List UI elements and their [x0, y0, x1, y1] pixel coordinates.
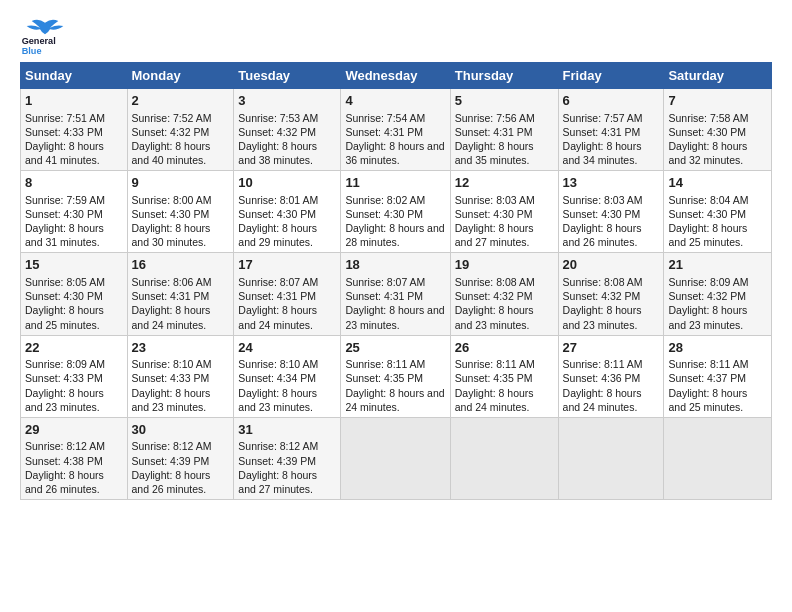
- day-number: 18: [345, 256, 445, 274]
- calendar-cell: 2Sunrise: 7:52 AMSunset: 4:32 PMDaylight…: [127, 89, 234, 171]
- sunrise-label: Sunrise: 8:08 AM: [455, 276, 535, 288]
- day-number: 29: [25, 421, 123, 439]
- day-number: 22: [25, 339, 123, 357]
- sunset-label: Sunset: 4:30 PM: [345, 208, 423, 220]
- sunset-label: Sunset: 4:30 PM: [455, 208, 533, 220]
- daylight-label: Daylight: 8 hours and 27 minutes.: [238, 469, 317, 495]
- daylight-label: Daylight: 8 hours and 25 minutes.: [668, 387, 747, 413]
- daylight-label: Daylight: 8 hours and 24 minutes.: [345, 387, 444, 413]
- day-number: 24: [238, 339, 336, 357]
- daylight-label: Daylight: 8 hours and 32 minutes.: [668, 140, 747, 166]
- daylight-label: Daylight: 8 hours and 23 minutes.: [238, 387, 317, 413]
- daylight-label: Daylight: 8 hours and 24 minutes.: [238, 304, 317, 330]
- calendar-cell: 9Sunrise: 8:00 AMSunset: 4:30 PMDaylight…: [127, 171, 234, 253]
- svg-text:Blue: Blue: [22, 46, 42, 56]
- sunset-label: Sunset: 4:32 PM: [238, 126, 316, 138]
- calendar-cell: 29Sunrise: 8:12 AMSunset: 4:38 PMDayligh…: [21, 417, 128, 499]
- daylight-label: Daylight: 8 hours and 31 minutes.: [25, 222, 104, 248]
- daylight-label: Daylight: 8 hours and 23 minutes.: [132, 387, 211, 413]
- sunset-label: Sunset: 4:33 PM: [25, 126, 103, 138]
- daylight-label: Daylight: 8 hours and 23 minutes.: [25, 387, 104, 413]
- sunrise-label: Sunrise: 8:07 AM: [345, 276, 425, 288]
- sunset-label: Sunset: 4:32 PM: [668, 290, 746, 302]
- day-number: 26: [455, 339, 554, 357]
- sunrise-label: Sunrise: 8:11 AM: [563, 358, 643, 370]
- sunrise-label: Sunrise: 7:56 AM: [455, 112, 535, 124]
- sunrise-label: Sunrise: 8:12 AM: [132, 440, 212, 452]
- calendar-cell: 6Sunrise: 7:57 AMSunset: 4:31 PMDaylight…: [558, 89, 664, 171]
- sunset-label: Sunset: 4:31 PM: [345, 290, 423, 302]
- sunset-label: Sunset: 4:39 PM: [132, 455, 210, 467]
- daylight-label: Daylight: 8 hours and 27 minutes.: [455, 222, 534, 248]
- daylight-label: Daylight: 8 hours and 23 minutes.: [563, 304, 642, 330]
- day-number: 14: [668, 174, 767, 192]
- calendar-cell: 4Sunrise: 7:54 AMSunset: 4:31 PMDaylight…: [341, 89, 450, 171]
- sunset-label: Sunset: 4:30 PM: [238, 208, 316, 220]
- day-number: 15: [25, 256, 123, 274]
- day-number: 20: [563, 256, 660, 274]
- daylight-label: Daylight: 8 hours and 38 minutes.: [238, 140, 317, 166]
- sunset-label: Sunset: 4:39 PM: [238, 455, 316, 467]
- calendar-table: SundayMondayTuesdayWednesdayThursdayFrid…: [20, 62, 772, 500]
- sunset-label: Sunset: 4:31 PM: [345, 126, 423, 138]
- logo-icon: General Blue: [20, 16, 70, 56]
- sunrise-label: Sunrise: 7:54 AM: [345, 112, 425, 124]
- day-number: 10: [238, 174, 336, 192]
- calendar-cell: 14Sunrise: 8:04 AMSunset: 4:30 PMDayligh…: [664, 171, 772, 253]
- weekday-header-tuesday: Tuesday: [234, 63, 341, 89]
- sunrise-label: Sunrise: 8:11 AM: [345, 358, 425, 370]
- daylight-label: Daylight: 8 hours and 28 minutes.: [345, 222, 444, 248]
- daylight-label: Daylight: 8 hours and 25 minutes.: [668, 222, 747, 248]
- sunset-label: Sunset: 4:32 PM: [132, 126, 210, 138]
- sunrise-label: Sunrise: 8:01 AM: [238, 194, 318, 206]
- day-number: 2: [132, 92, 230, 110]
- daylight-label: Daylight: 8 hours and 35 minutes.: [455, 140, 534, 166]
- sunset-label: Sunset: 4:34 PM: [238, 372, 316, 384]
- sunrise-label: Sunrise: 8:06 AM: [132, 276, 212, 288]
- sunrise-label: Sunrise: 8:11 AM: [455, 358, 535, 370]
- sunset-label: Sunset: 4:30 PM: [25, 290, 103, 302]
- day-number: 6: [563, 92, 660, 110]
- daylight-label: Daylight: 8 hours and 23 minutes.: [668, 304, 747, 330]
- calendar-week-3: 15Sunrise: 8:05 AMSunset: 4:30 PMDayligh…: [21, 253, 772, 335]
- weekday-header-row: SundayMondayTuesdayWednesdayThursdayFrid…: [21, 63, 772, 89]
- sunset-label: Sunset: 4:30 PM: [668, 126, 746, 138]
- sunrise-label: Sunrise: 7:57 AM: [563, 112, 643, 124]
- sunrise-label: Sunrise: 8:05 AM: [25, 276, 105, 288]
- sunset-label: Sunset: 4:33 PM: [132, 372, 210, 384]
- sunset-label: Sunset: 4:30 PM: [25, 208, 103, 220]
- day-number: 12: [455, 174, 554, 192]
- day-number: 5: [455, 92, 554, 110]
- calendar-cell: 12Sunrise: 8:03 AMSunset: 4:30 PMDayligh…: [450, 171, 558, 253]
- sunrise-label: Sunrise: 8:02 AM: [345, 194, 425, 206]
- calendar-cell: 15Sunrise: 8:05 AMSunset: 4:30 PMDayligh…: [21, 253, 128, 335]
- day-number: 1: [25, 92, 123, 110]
- day-number: 9: [132, 174, 230, 192]
- calendar-cell: 10Sunrise: 8:01 AMSunset: 4:30 PMDayligh…: [234, 171, 341, 253]
- svg-text:General: General: [22, 36, 56, 46]
- sunset-label: Sunset: 4:31 PM: [238, 290, 316, 302]
- sunrise-label: Sunrise: 8:04 AM: [668, 194, 748, 206]
- weekday-header-friday: Friday: [558, 63, 664, 89]
- sunset-label: Sunset: 4:31 PM: [563, 126, 641, 138]
- calendar-cell: 22Sunrise: 8:09 AMSunset: 4:33 PMDayligh…: [21, 335, 128, 417]
- calendar-cell: 25Sunrise: 8:11 AMSunset: 4:35 PMDayligh…: [341, 335, 450, 417]
- weekday-header-thursday: Thursday: [450, 63, 558, 89]
- weekday-header-monday: Monday: [127, 63, 234, 89]
- day-number: 30: [132, 421, 230, 439]
- daylight-label: Daylight: 8 hours and 34 minutes.: [563, 140, 642, 166]
- day-number: 8: [25, 174, 123, 192]
- daylight-label: Daylight: 8 hours and 23 minutes.: [345, 304, 444, 330]
- calendar-cell: 20Sunrise: 8:08 AMSunset: 4:32 PMDayligh…: [558, 253, 664, 335]
- sunrise-label: Sunrise: 8:12 AM: [238, 440, 318, 452]
- calendar-week-1: 1Sunrise: 7:51 AMSunset: 4:33 PMDaylight…: [21, 89, 772, 171]
- day-number: 28: [668, 339, 767, 357]
- calendar-cell: 1Sunrise: 7:51 AMSunset: 4:33 PMDaylight…: [21, 89, 128, 171]
- calendar-cell: [450, 417, 558, 499]
- sunrise-label: Sunrise: 8:09 AM: [25, 358, 105, 370]
- calendar-cell: [664, 417, 772, 499]
- day-number: 21: [668, 256, 767, 274]
- calendar-cell: 13Sunrise: 8:03 AMSunset: 4:30 PMDayligh…: [558, 171, 664, 253]
- day-number: 11: [345, 174, 445, 192]
- calendar-cell: 17Sunrise: 8:07 AMSunset: 4:31 PMDayligh…: [234, 253, 341, 335]
